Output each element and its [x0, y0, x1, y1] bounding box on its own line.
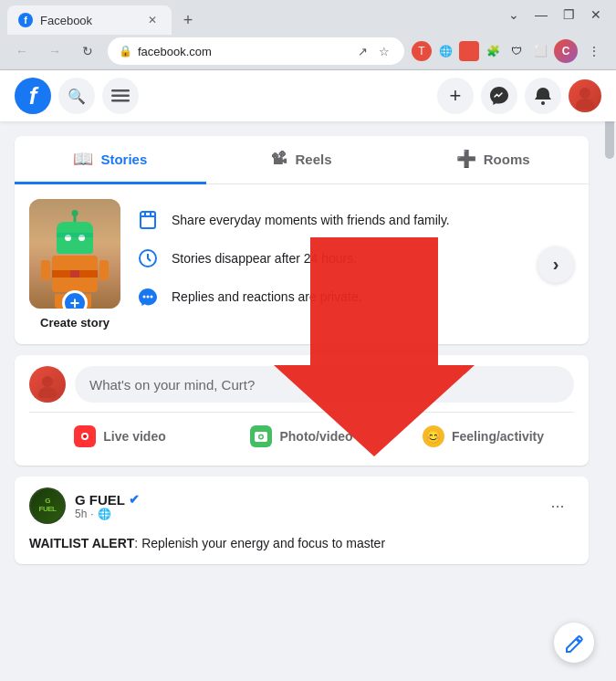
- menu-button[interactable]: [102, 78, 139, 114]
- svg-point-17: [260, 435, 263, 438]
- svg-point-14: [83, 435, 87, 438]
- scrollbar[interactable]: [603, 102, 616, 681]
- browser-menu-button[interactable]: ⋮: [581, 38, 607, 64]
- title-bar: f Facebook ✕ + ⌄ — ❐ ✕: [0, 0, 616, 33]
- svg-point-12: [38, 387, 57, 398]
- stories-info: Share everyday moments with friends and …: [135, 207, 523, 322]
- story-info-item-2: Stories disappear after 24 hours.: [135, 246, 523, 271]
- post-username[interactable]: G FUEL ✔: [75, 492, 532, 508]
- stories-next-button[interactable]: ›: [538, 246, 574, 283]
- minimize-button[interactable]: —: [528, 2, 554, 27]
- bookmark-icon[interactable]: ☆: [375, 42, 393, 60]
- separator: ·: [90, 508, 93, 520]
- forward-button[interactable]: →: [42, 38, 68, 64]
- ext-red-icon[interactable]: [459, 41, 479, 61]
- username-text: G FUEL: [75, 492, 125, 508]
- search-button[interactable]: 🔍: [58, 78, 95, 114]
- story-info-text-2: Stories disappear after 24 hours.: [172, 251, 357, 266]
- stories-tab-label: Stories: [100, 152, 147, 167]
- svg-point-5: [576, 99, 594, 110]
- visibility-icon: 🌐: [98, 508, 111, 520]
- notifications-button[interactable]: [525, 78, 561, 114]
- address-bar: ← → ↻ 🔒 facebook.com ↗ ☆ T 🌐 🧩 🛡 ⬜ C ⋮: [0, 33, 616, 69]
- ext-square-icon[interactable]: ⬜: [530, 41, 550, 61]
- verified-badge: ✔: [129, 492, 140, 507]
- lock-icon: 🔒: [119, 45, 132, 58]
- tab-rooms[interactable]: ➕ Rooms: [397, 136, 589, 184]
- svg-rect-2: [111, 100, 130, 102]
- post-card: GFUEL G FUEL ✔ 5h · 🌐 ···: [15, 477, 589, 564]
- svg-point-11: [42, 376, 53, 387]
- user-avatar[interactable]: [569, 79, 601, 112]
- gfuel-logo: GFUEL: [31, 489, 64, 522]
- tab-reels[interactable]: 📽 Reels: [206, 136, 398, 184]
- story-info-text-1: Share everyday moments with friends and …: [172, 213, 450, 227]
- post-options: ···: [541, 489, 574, 522]
- current-user-avatar: [29, 366, 66, 403]
- stories-content: + Create story Share everyday mo: [15, 184, 589, 344]
- compose-button[interactable]: [554, 623, 594, 663]
- story-thumbnail: +: [29, 199, 120, 309]
- post-body-text: : Replenish your energy and focus to mas…: [134, 536, 385, 550]
- profile-avatar[interactable]: C: [554, 39, 578, 63]
- new-tab-button[interactable]: +: [175, 7, 201, 33]
- post-header: GFUEL G FUEL ✔ 5h · 🌐 ···: [15, 477, 589, 535]
- post-placeholder: What's on your mind, Curt?: [89, 377, 255, 393]
- feeling-icon: 😊: [423, 425, 444, 447]
- ext-shield-icon[interactable]: 🛡: [506, 41, 527, 61]
- post-more-button[interactable]: ···: [541, 489, 574, 522]
- url-bar[interactable]: 🔒 facebook.com ↗ ☆: [108, 37, 404, 65]
- post-bold-text: WAITLIST ALERT: [29, 536, 134, 550]
- ext-globe-icon[interactable]: 🌐: [435, 41, 455, 61]
- story-info-item-1: Share everyday moments with friends and …: [135, 207, 523, 233]
- browser-more-button[interactable]: ⌄: [501, 2, 527, 27]
- tab-favicon: f: [18, 13, 33, 27]
- reels-tab-icon: 📽: [271, 150, 287, 169]
- facebook-logo[interactable]: f: [15, 78, 51, 114]
- tab-stories[interactable]: 📖 Stories: [15, 136, 206, 184]
- back-button[interactable]: ←: [9, 38, 35, 64]
- messenger-button[interactable]: [481, 78, 517, 114]
- facebook-header: f 🔍 +: [0, 70, 616, 121]
- create-story-box[interactable]: + Create story: [29, 199, 120, 330]
- svg-rect-1: [111, 95, 130, 98]
- reels-tab-label: Reels: [295, 152, 331, 167]
- feeling-activity-button[interactable]: 😊 Feeling/activity: [392, 418, 574, 455]
- stories-tab-icon: 📖: [73, 149, 93, 169]
- svg-point-9: [147, 295, 150, 298]
- add-action-button[interactable]: +: [437, 78, 474, 114]
- live-icon: [74, 425, 96, 447]
- browser-tab[interactable]: f Facebook ✕: [7, 5, 172, 35]
- feeling-label: Feeling/activity: [452, 429, 544, 444]
- share-moments-icon: [135, 207, 161, 233]
- svg-rect-0: [111, 89, 130, 92]
- story-info-text-3: Replies and reactions are private.: [172, 289, 362, 304]
- add-story-circle[interactable]: +: [62, 290, 88, 309]
- photo-video-label: Photo/video: [279, 429, 352, 444]
- ext-puzzle-icon[interactable]: 🧩: [483, 41, 503, 61]
- close-button[interactable]: ✕: [583, 2, 609, 27]
- url-text: facebook.com: [138, 45, 348, 58]
- photo-icon: [250, 425, 272, 447]
- live-video-label: Live video: [103, 429, 165, 444]
- svg-point-3: [541, 101, 545, 105]
- story-info-item-3: Replies and reactions are private.: [135, 284, 523, 309]
- photo-video-button[interactable]: Photo/video: [211, 418, 392, 455]
- main-content: 📖 Stories 📽 Reels ➕ Rooms: [0, 121, 616, 681]
- share-icon[interactable]: ↗: [353, 42, 371, 60]
- maximize-button[interactable]: ❐: [556, 2, 581, 27]
- post-avatar[interactable]: GFUEL: [29, 487, 66, 524]
- svg-point-10: [151, 295, 153, 298]
- post-meta: 5h · 🌐: [75, 508, 532, 520]
- header-right-actions: +: [437, 78, 601, 114]
- create-post-card: What's on your mind, Curt? Live video: [15, 355, 589, 466]
- refresh-button[interactable]: ↻: [75, 38, 100, 64]
- private-reply-icon: [135, 284, 161, 309]
- post-input-box[interactable]: What's on your mind, Curt?: [75, 366, 574, 403]
- stories-card: 📖 Stories 📽 Reels ➕ Rooms: [15, 136, 589, 344]
- tab-close-button[interactable]: ✕: [144, 12, 161, 28]
- svg-point-8: [143, 295, 146, 298]
- clock-icon: [135, 246, 161, 271]
- live-video-button[interactable]: Live video: [29, 418, 211, 455]
- ext-t-icon[interactable]: T: [412, 41, 432, 61]
